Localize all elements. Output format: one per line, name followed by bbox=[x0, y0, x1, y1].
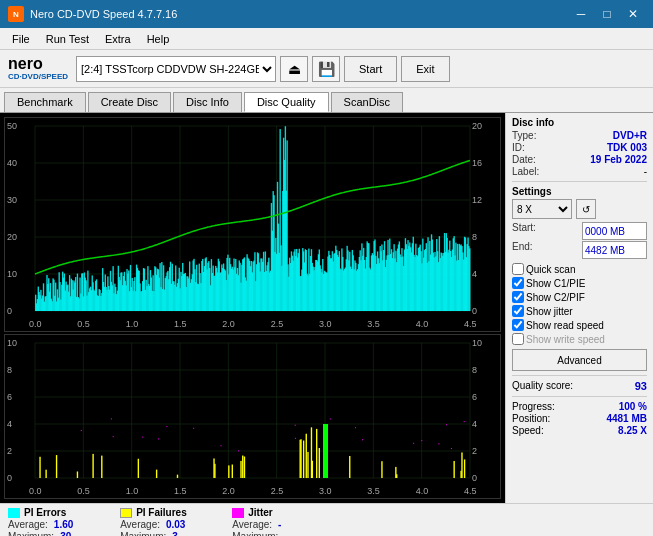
refresh-button[interactable]: ↺ bbox=[576, 199, 596, 219]
disc-info-title: Disc info bbox=[512, 117, 647, 128]
start-mb-label: Start: bbox=[512, 222, 536, 240]
start-button[interactable]: Start bbox=[344, 56, 397, 82]
tab-disc-quality[interactable]: Disc Quality bbox=[244, 92, 329, 112]
show-c1pie-label: Show C1/PIE bbox=[526, 278, 585, 289]
drive-select[interactable]: [2:4] TSSTcorp CDDVDW SH-224GB SB00 bbox=[76, 56, 276, 82]
speed-select[interactable]: 8 X bbox=[512, 199, 572, 219]
start-mb-row: Start: bbox=[512, 222, 647, 240]
chart-area bbox=[0, 113, 505, 503]
show-c2pif-checkbox[interactable] bbox=[512, 291, 524, 303]
show-write-speed-row: Show write speed bbox=[512, 333, 647, 345]
show-jitter-row: Show jitter bbox=[512, 305, 647, 317]
tab-benchmark[interactable]: Benchmark bbox=[4, 92, 86, 112]
pi-failures-avg: Average: 0.03 bbox=[120, 519, 212, 530]
date-row: Date: 19 Feb 2022 bbox=[512, 154, 647, 165]
start-mb-input[interactable] bbox=[582, 222, 647, 240]
close-button[interactable]: ✕ bbox=[621, 5, 645, 23]
minimize-button[interactable]: ─ bbox=[569, 5, 593, 23]
pi-errors-color bbox=[8, 508, 20, 518]
pi-errors-max: Maximum: 30 bbox=[8, 531, 100, 536]
progress-row: Progress: 100 % bbox=[512, 401, 647, 412]
type-value: DVD+R bbox=[613, 130, 647, 141]
id-label: ID: bbox=[512, 142, 525, 153]
progress-value: 100 % bbox=[619, 401, 647, 412]
end-mb-label: End: bbox=[512, 241, 533, 259]
show-c2pif-row: Show C2/PIF bbox=[512, 291, 647, 303]
position-label: Position: bbox=[512, 413, 550, 424]
tab-disc-info[interactable]: Disc Info bbox=[173, 92, 242, 112]
id-value: TDK 003 bbox=[607, 142, 647, 153]
save-button[interactable]: 💾 bbox=[312, 56, 340, 82]
show-write-speed-checkbox[interactable] bbox=[512, 333, 524, 345]
end-mb-input[interactable] bbox=[582, 241, 647, 259]
disc-label-row: Label: - bbox=[512, 166, 647, 177]
type-row: Type: DVD+R bbox=[512, 130, 647, 141]
logo-area: nero CD·DVD/SPEED bbox=[4, 54, 72, 83]
pi-failures-color bbox=[120, 508, 132, 518]
progress-label: Progress: bbox=[512, 401, 555, 412]
position-row: Position: 4481 MB bbox=[512, 413, 647, 424]
legend-pi-failures: PI Failures Average: 0.03 Maximum: 3 Tot… bbox=[120, 507, 212, 536]
main-content: Disc info Type: DVD+R ID: TDK 003 Date: … bbox=[0, 113, 653, 503]
advanced-button[interactable]: Advanced bbox=[512, 349, 647, 371]
right-panel: Disc info Type: DVD+R ID: TDK 003 Date: … bbox=[505, 113, 653, 503]
position-value: 4481 MB bbox=[606, 413, 647, 424]
legend-pi-errors: PI Errors Average: 1.60 Maximum: 30 Tota… bbox=[8, 507, 100, 536]
jitter-color bbox=[232, 508, 244, 518]
jitter-label: Jitter bbox=[248, 507, 272, 518]
show-read-speed-label: Show read speed bbox=[526, 320, 604, 331]
maximize-button[interactable]: □ bbox=[595, 5, 619, 23]
jitter-max: Maximum: - bbox=[232, 531, 330, 536]
menubar: File Run Test Extra Help bbox=[0, 28, 653, 50]
settings-title: Settings bbox=[512, 186, 647, 197]
exit-button[interactable]: Exit bbox=[401, 56, 449, 82]
legend-pi-errors-title: PI Errors bbox=[8, 507, 100, 518]
top-chart bbox=[4, 117, 501, 332]
pi-failures-label: PI Failures bbox=[136, 507, 187, 518]
quality-score-label: Quality score: bbox=[512, 380, 573, 392]
pi-failures-max: Maximum: 3 bbox=[120, 531, 212, 536]
date-label: Date: bbox=[512, 154, 536, 165]
show-jitter-checkbox[interactable] bbox=[512, 305, 524, 317]
jitter-avg: Average: - bbox=[232, 519, 330, 530]
show-c1pie-checkbox[interactable] bbox=[512, 277, 524, 289]
legend: PI Errors Average: 1.60 Maximum: 30 Tota… bbox=[0, 503, 653, 536]
divider3 bbox=[512, 396, 647, 397]
speed-stat-label: Speed: bbox=[512, 425, 544, 436]
legend-jitter-title: Jitter bbox=[232, 507, 330, 518]
bottom-chart bbox=[4, 334, 501, 499]
speed-stat-row: Speed: 8.25 X bbox=[512, 425, 647, 436]
menu-file[interactable]: File bbox=[4, 31, 38, 47]
app-title: Nero CD-DVD Speed 4.7.7.16 bbox=[30, 8, 177, 20]
menu-run-test[interactable]: Run Test bbox=[38, 31, 97, 47]
show-write-speed-label: Show write speed bbox=[526, 334, 605, 345]
pi-errors-avg: Average: 1.60 bbox=[8, 519, 100, 530]
end-mb-row: End: bbox=[512, 241, 647, 259]
show-c1pie-row: Show C1/PIE bbox=[512, 277, 647, 289]
menu-help[interactable]: Help bbox=[139, 31, 178, 47]
titlebar: N Nero CD-DVD Speed 4.7.7.16 ─ □ ✕ bbox=[0, 0, 653, 28]
speed-row: 8 X ↺ bbox=[512, 199, 647, 219]
titlebar-buttons: ─ □ ✕ bbox=[569, 5, 645, 23]
tab-scandisc[interactable]: ScanDisc bbox=[331, 92, 403, 112]
legend-jitter: Jitter Average: - Maximum: - PO failures… bbox=[232, 507, 330, 536]
logo: nero CD·DVD/SPEED bbox=[8, 56, 68, 81]
eject-button[interactable]: ⏏ bbox=[280, 56, 308, 82]
date-value: 19 Feb 2022 bbox=[590, 154, 647, 165]
speed-stat-value: 8.25 X bbox=[618, 425, 647, 436]
bottom-chart-canvas bbox=[5, 335, 500, 498]
divider2 bbox=[512, 375, 647, 376]
tab-create-disc[interactable]: Create Disc bbox=[88, 92, 171, 112]
titlebar-left: N Nero CD-DVD Speed 4.7.7.16 bbox=[8, 6, 177, 22]
toolbar: nero CD·DVD/SPEED [2:4] TSSTcorp CDDVDW … bbox=[0, 50, 653, 88]
menu-extra[interactable]: Extra bbox=[97, 31, 139, 47]
show-c2pif-label: Show C2/PIF bbox=[526, 292, 585, 303]
quick-scan-checkbox[interactable] bbox=[512, 263, 524, 275]
quick-scan-label: Quick scan bbox=[526, 264, 575, 275]
disc-label-value: - bbox=[644, 166, 647, 177]
quick-scan-row: Quick scan bbox=[512, 263, 647, 275]
divider1 bbox=[512, 181, 647, 182]
show-read-speed-checkbox[interactable] bbox=[512, 319, 524, 331]
top-chart-canvas bbox=[5, 118, 500, 331]
type-label: Type: bbox=[512, 130, 536, 141]
